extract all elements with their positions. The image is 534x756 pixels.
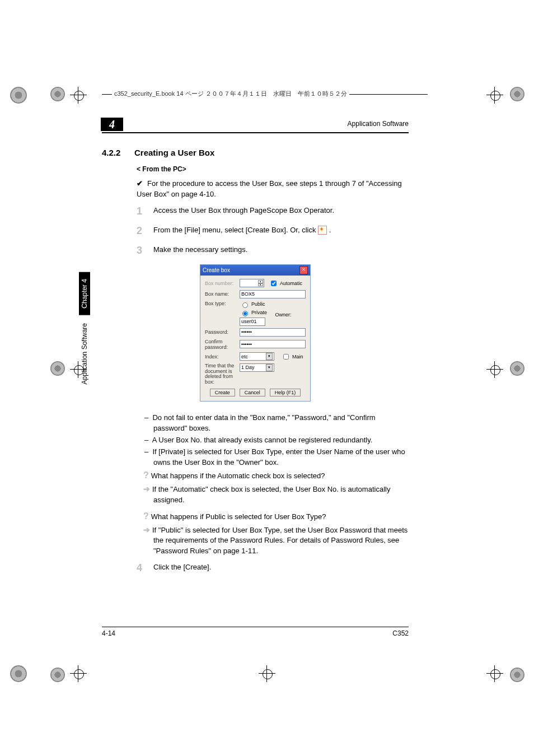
automatic-checkbox[interactable]: Automatic: [269, 279, 302, 288]
registration-mark: [259, 665, 275, 682]
prerequisite-note: ✔For the procedure to access the User Bo…: [137, 179, 409, 200]
box-number-spinner[interactable]: ▴▾: [240, 279, 264, 287]
side-tab-chapter: Chapter 4: [79, 272, 90, 315]
box-type-label: Box type:: [205, 301, 240, 306]
note-item: – If [Private] is selected for User Box …: [153, 447, 409, 468]
arrow-icon: ➔: [143, 525, 150, 534]
note-question: ?What happens if Public is selected for …: [153, 510, 409, 522]
registration-mark: [486, 87, 503, 104]
password-label: Password:: [205, 329, 240, 335]
section-title: 4.2.2Creating a User Box: [102, 148, 409, 157]
create-button[interactable]: Create: [210, 389, 235, 396]
delete-time-label: Time that the document is deleted from b…: [205, 363, 240, 386]
step-3: 3 Make the necessary settings.: [137, 245, 409, 256]
delete-time-select[interactable]: 1 Day▾: [240, 363, 274, 372]
step-number: 2: [137, 225, 153, 237]
crop-dot: [50, 668, 65, 682]
crop-dot: [10, 87, 27, 104]
side-tab-title: Application Software: [79, 315, 90, 392]
sub-title: < From the PC>: [137, 165, 409, 173]
registration-mark: [486, 361, 503, 378]
step-2: 2 From the [File] menu, select [Create B…: [137, 225, 409, 237]
chevron-down-icon: ▾: [266, 364, 273, 371]
dialog-titlebar: Create box ×: [200, 265, 310, 276]
note-item: – A User Box No. that already exists can…: [153, 435, 409, 446]
side-tab: Chapter 4 Application Software: [78, 272, 91, 423]
question-icon: ?: [143, 511, 149, 521]
private-radio[interactable]: Private: [240, 309, 267, 316]
step-1: 1 Access the User Box through PageScope …: [137, 206, 409, 217]
crop-dot: [50, 361, 65, 376]
running-header: c352_security_E.book 14 ページ ２００７年４月１１日 水…: [112, 90, 349, 98]
step-number: 1: [137, 206, 153, 217]
page-number: 4-14: [102, 629, 115, 637]
crop-dot: [510, 87, 524, 101]
check-icon: ✔: [137, 179, 143, 188]
registration-mark: [486, 665, 503, 682]
step-number: 4: [137, 562, 153, 574]
note-answer: ➔If the "Automatic" check box is selecte…: [153, 483, 409, 506]
box-name-input[interactable]: [240, 290, 306, 298]
owner-label: Owner:: [275, 312, 292, 318]
confirm-password-input[interactable]: [240, 340, 306, 348]
help-button[interactable]: Help (F1): [270, 389, 301, 396]
create-box-dialog: Create box × Box number: ▴▾ Automatic Bo…: [200, 264, 311, 402]
close-icon[interactable]: ×: [299, 266, 308, 274]
step-text: Access the User Box through PageScope Bo…: [153, 206, 409, 217]
crop-dot: [50, 87, 65, 101]
step-text: From the [File] menu, select [Create Box…: [153, 225, 409, 237]
step-text: Click the [Create].: [153, 562, 409, 574]
confirm-password-label: Confirm password:: [205, 339, 240, 350]
note-question: ?What happens if the Automatic check box…: [153, 469, 409, 482]
public-radio[interactable]: Public: [240, 301, 265, 308]
step-4: 4 Click the [Create].: [137, 562, 409, 574]
page-footer: 4-14 C352: [102, 627, 409, 637]
note-answer: ➔If "Public" is selected for User Box Ty…: [153, 524, 409, 557]
index-label: Index:: [205, 354, 240, 360]
section-title-text: Creating a User Box: [134, 148, 214, 157]
chapter-number-badge: 4: [101, 118, 123, 131]
header-right: Application Software: [348, 120, 409, 128]
cancel-button[interactable]: Cancel: [240, 389, 265, 396]
owner-input[interactable]: [240, 318, 265, 326]
step-text: Make the necessary settings.: [153, 245, 409, 256]
question-icon: ?: [143, 470, 149, 480]
password-input[interactable]: [240, 328, 306, 337]
note-item: – Do not fail to enter data in the "Box …: [153, 413, 409, 434]
create-box-toolbar-icon: [318, 226, 327, 235]
registration-mark: [70, 87, 87, 104]
registration-mark: [70, 665, 87, 682]
arrow-icon: ➔: [143, 484, 150, 493]
prerequisite-text: For the procedure to access the User Box…: [137, 179, 402, 198]
model-number: C352: [392, 629, 409, 637]
dialog-title: Create box: [203, 267, 230, 273]
header-rule: [102, 132, 409, 133]
main-checkbox[interactable]: Main: [281, 352, 303, 361]
step-number: 3: [137, 245, 153, 256]
crop-dot: [510, 668, 524, 682]
box-number-label: Box number:: [205, 281, 240, 286]
chevron-down-icon: ▾: [266, 353, 273, 360]
section-number: 4.2.2: [102, 148, 134, 157]
index-select[interactable]: etc▾: [240, 352, 274, 361]
crop-dot: [510, 361, 524, 376]
crop-dot: [10, 665, 27, 682]
box-name-label: Box name:: [205, 291, 240, 297]
